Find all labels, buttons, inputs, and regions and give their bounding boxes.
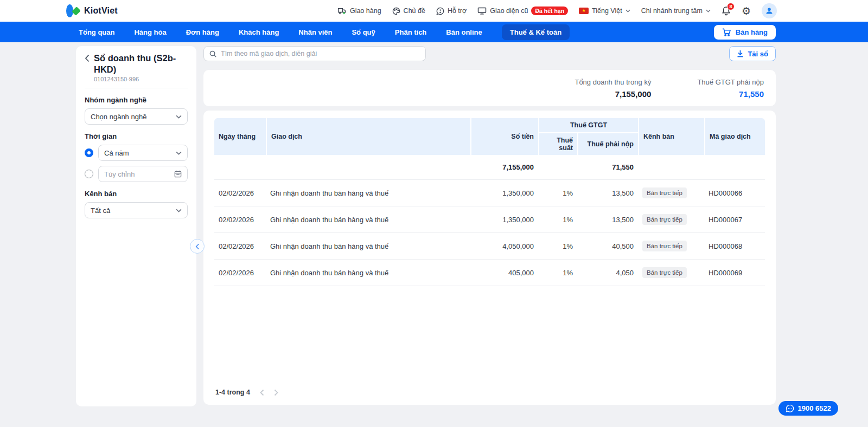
pagination: 1-4 trong 4 xyxy=(214,385,765,396)
expired-badge: Đã hết hạn xyxy=(531,7,568,15)
cell-transaction: Ghi nhận doanh thu bán hàng và thuế xyxy=(266,260,470,286)
kiotviet-logo[interactable]: KiotViet xyxy=(66,4,118,18)
delivery-truck-icon xyxy=(337,7,347,15)
download-button-label: Tải sổ xyxy=(748,50,768,58)
settings-gear-icon[interactable]: ⚙ xyxy=(742,6,751,16)
user-avatar[interactable] xyxy=(762,3,777,18)
branch-label: Chi nhánh trung tâm xyxy=(641,7,703,15)
cell-amount: 4,050,000 xyxy=(470,233,538,260)
download-icon xyxy=(737,50,744,57)
table-total-row: 7,155,000 71,550 xyxy=(214,155,765,180)
cell-tax-rate: 1% xyxy=(538,233,577,260)
old-ui-menu-item[interactable]: Giao diện cũ Đã hết hạn xyxy=(477,7,568,15)
transaction-search[interactable] xyxy=(203,46,426,61)
download-book-button[interactable]: Tải sổ xyxy=(729,46,776,61)
cell-code: HD000066 xyxy=(704,180,765,206)
vat-due-label: Thuế GTGT phải nộp xyxy=(697,78,764,86)
cell-amount: 1,350,000 xyxy=(470,180,538,206)
old-ui-label: Giao diện cũ xyxy=(490,7,528,15)
chevron-right-icon xyxy=(274,389,278,396)
table-row[interactable]: 02/02/2026 Ghi nhận doanh thu bán hàng v… xyxy=(214,180,765,206)
page-subtitle: 0101243150-996 xyxy=(94,76,188,82)
theme-menu-item[interactable]: Chủ đề xyxy=(392,7,425,15)
cell-amount: 1,350,000 xyxy=(470,206,538,233)
hotline-number: 1900 6522 xyxy=(798,404,831,412)
custom-date-input-wrap[interactable] xyxy=(98,166,188,182)
chevron-down-icon xyxy=(706,9,711,12)
logo-text: KiotViet xyxy=(84,6,118,16)
channel-select[interactable]: Tất cả xyxy=(85,202,188,218)
delivery-menu-item[interactable]: Giao hàng xyxy=(337,7,381,15)
pagination-next-button[interactable] xyxy=(274,389,278,396)
col-header-channel[interactable]: Kênh bán xyxy=(638,118,704,155)
table-row[interactable]: 02/02/2026 Ghi nhận doanh thu bán hàng v… xyxy=(214,206,765,233)
sidebar-collapse-button[interactable] xyxy=(190,239,205,254)
time-range-value: Cả năm xyxy=(104,149,129,157)
total-tax-due: 71,550 xyxy=(577,155,638,180)
cell-code: HD000069 xyxy=(704,260,765,286)
theme-label: Chủ đề xyxy=(404,7,425,15)
sell-button[interactable]: Bán hàng xyxy=(714,25,776,40)
language-label: Tiếng Việt xyxy=(592,7,622,15)
top-header: KiotViet Giao hàng Chủ đề xyxy=(0,0,868,22)
chevron-down-icon xyxy=(176,115,182,119)
monitor-icon xyxy=(477,7,487,15)
support-chat-icon xyxy=(436,7,444,15)
col-header-vat-group[interactable]: Thuế GTGT xyxy=(538,118,638,132)
col-header-tax-rate[interactable]: Thuế suất xyxy=(538,132,577,155)
channel-select-value: Tất cả xyxy=(91,206,110,215)
cell-code: HD000067 xyxy=(704,206,765,233)
total-amount: 7,155,000 xyxy=(470,155,538,180)
col-header-amount[interactable]: Số tiền xyxy=(470,118,538,155)
chevron-down-icon xyxy=(626,9,630,12)
time-custom-radio[interactable] xyxy=(85,170,93,178)
table-row[interactable]: 02/02/2026 Ghi nhận doanh thu bán hàng v… xyxy=(214,233,765,260)
support-menu-item[interactable]: Hỗ trợ xyxy=(436,7,467,15)
custom-date-input[interactable] xyxy=(104,170,174,178)
branch-selector[interactable]: Chi nhánh trung tâm xyxy=(641,7,711,15)
time-preset-radio[interactable] xyxy=(85,148,93,157)
vat-due-stat: Thuế GTGT phải nộp 71,550 xyxy=(697,78,764,99)
back-button[interactable] xyxy=(85,54,90,82)
industry-select[interactable]: Chọn ngành nghề xyxy=(85,108,188,125)
delivery-label: Giao hàng xyxy=(350,7,381,15)
notifications-button[interactable]: 8 xyxy=(722,6,731,16)
cell-tax-due: 4,050 xyxy=(577,260,638,286)
table-row[interactable]: 02/02/2026 Ghi nhận doanh thu bán hàng v… xyxy=(214,260,765,286)
tab-hang-hoa[interactable]: Hàng hóa xyxy=(134,28,166,36)
pagination-prev-button[interactable] xyxy=(260,389,264,396)
cell-date: 02/02/2026 xyxy=(214,260,266,286)
tab-ban-online[interactable]: Bán online xyxy=(446,28,482,36)
vietnam-flag-icon: ★ xyxy=(579,8,589,14)
palette-icon xyxy=(392,7,400,15)
tab-thue-ke-toan[interactable]: Thuế & Kế toán xyxy=(502,24,570,40)
cell-amount: 405,000 xyxy=(470,260,538,286)
cell-date: 02/02/2026 xyxy=(214,180,266,206)
col-header-code[interactable]: Mã giao dịch xyxy=(704,118,765,155)
industry-filter-label: Nhóm ngành nghề xyxy=(85,96,188,104)
tab-khach-hang[interactable]: Khách hàng xyxy=(239,28,279,36)
tab-so-quy[interactable]: Sổ quỹ xyxy=(352,28,375,36)
tab-tong-quan[interactable]: Tổng quan xyxy=(79,28,114,36)
channel-badge: Bán trực tiếp xyxy=(642,214,687,225)
cell-tax-due: 13,500 xyxy=(577,206,638,233)
tab-nhan-vien[interactable]: Nhân viên xyxy=(298,28,332,36)
language-selector[interactable]: ★ Tiếng Việt xyxy=(579,7,630,15)
channel-badge: Bán trực tiếp xyxy=(642,241,687,251)
tab-don-hang[interactable]: Đơn hàng xyxy=(186,28,219,36)
search-input[interactable] xyxy=(221,50,420,57)
total-revenue-stat: Tổng doanh thu trong kỳ 7,155,000 xyxy=(575,78,651,99)
time-range-select[interactable]: Cả năm xyxy=(98,145,188,161)
sell-button-label: Bán hàng xyxy=(736,28,768,36)
cell-transaction: Ghi nhận doanh thu bán hàng và thuế xyxy=(266,206,470,233)
support-hotline-button[interactable]: 1900 6522 xyxy=(778,401,838,416)
cell-code: HD000068 xyxy=(704,233,765,260)
kiotviet-logo-icon xyxy=(66,4,80,18)
cell-transaction: Ghi nhận doanh thu bán hàng và thuế xyxy=(266,180,470,206)
col-header-tax-due[interactable]: Thuế phải nộp xyxy=(577,132,638,155)
chevron-left-icon xyxy=(85,54,90,62)
main-navbar: Tổng quan Hàng hóa Đơn hàng Khách hàng N… xyxy=(0,22,868,42)
col-header-transaction[interactable]: Giao dịch xyxy=(266,118,470,155)
tab-phan-tich[interactable]: Phân tích xyxy=(395,28,427,36)
col-header-date[interactable]: Ngày tháng xyxy=(214,118,266,155)
